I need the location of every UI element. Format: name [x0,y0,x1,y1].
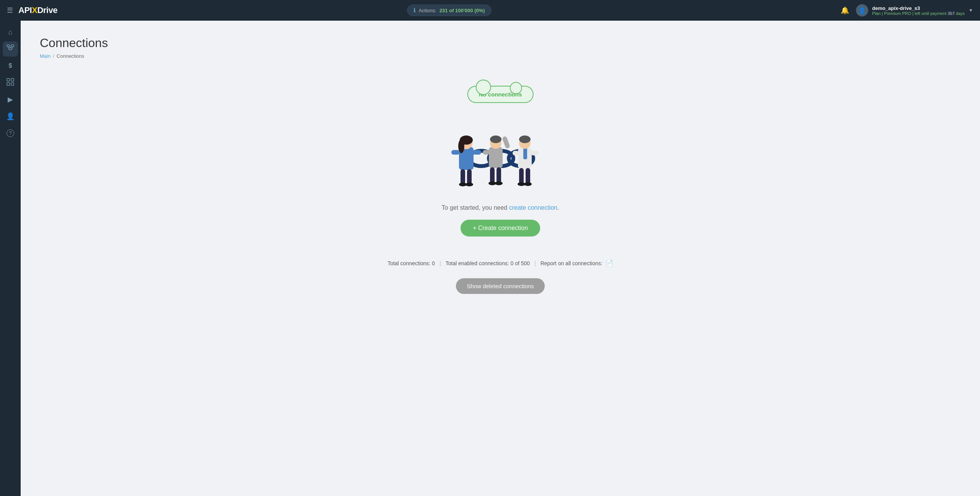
create-connection-link[interactable]: create connection [509,204,557,211]
user-plan: Plan | Premium PRO | left until payment … [872,11,965,16]
cloud-container: No connections [467,86,534,103]
topbar-right: 🔔 👤 demo_apix-drive_s3 Plan | Premium PR… [841,4,973,16]
svg-point-22 [466,183,473,186]
topbar-left: ☰ APIXDrive [7,5,57,15]
enabled-connections-stat: Total enabled connections: 0 of 500 [446,260,530,266]
sidebar-item-media[interactable]: ▶ [3,92,18,107]
svg-rect-27 [483,150,490,155]
breadcrumb-current: Connections [57,53,84,59]
hamburger-icon[interactable]: ☰ [7,6,13,15]
svg-rect-37 [531,151,539,155]
breadcrumb: Main / Connections [40,53,961,59]
stats-divider-1: | [439,260,441,266]
create-connection-button[interactable]: + Create connection [461,220,540,237]
cloud-text: No connections [467,86,534,103]
svg-rect-38 [519,168,524,184]
breadcrumb-main[interactable]: Main [40,53,51,59]
people-illustration [439,105,562,193]
actions-count: 231 of 100'000 (0%) [439,8,485,13]
get-started-text: To get started, you need create connecti… [442,204,559,211]
report-label: Report on all connections: [541,260,603,266]
logo-drive: Drive [37,5,57,15]
topbar: ☰ APIXDrive ℹ Actions: 231 of 100'000 (0… [0,0,980,21]
show-deleted-button[interactable]: Show deleted connections [456,278,544,294]
sidebar-item-home[interactable]: ⌂ [3,24,18,40]
illustration: No connections [435,86,565,193]
sidebar-item-billing[interactable]: $ [3,58,18,73]
topbar-center: ℹ Actions: 231 of 100'000 (0%) [57,5,841,16]
svg-rect-18 [451,150,460,155]
svg-rect-29 [497,167,501,183]
dollar-icon: $ [9,62,12,69]
chevron-down-icon: ▼ [969,8,973,13]
svg-rect-28 [490,167,495,183]
user-icon: 👤 [6,112,15,121]
svg-point-41 [524,182,532,186]
svg-rect-9 [11,83,14,85]
svg-rect-17 [473,150,481,155]
svg-rect-2 [9,48,12,50]
svg-rect-33 [523,148,527,159]
sidebar-item-account[interactable]: 👤 [3,109,18,124]
breadcrumb-separator: / [53,53,54,59]
logo-api: API [18,5,32,15]
svg-rect-19 [461,169,465,184]
svg-rect-8 [7,83,10,85]
svg-rect-7 [11,78,14,81]
total-connections-stat: Total connections: 0 [387,260,435,266]
report-icon[interactable]: 📄 [606,259,613,267]
empty-state: No connections [40,78,961,309]
user-section[interactable]: 👤 demo_apix-drive_s3 Plan | Premium PRO … [856,4,973,16]
sidebar-item-help[interactable]: ? [3,126,18,141]
info-icon: ℹ [413,7,416,14]
stats-bar: Total connections: 0 | Total enabled con… [387,259,613,267]
user-name: demo_apix-drive_s3 [872,5,965,11]
svg-rect-23 [489,147,503,168]
help-icon: ? [7,129,14,137]
svg-rect-1 [11,45,14,47]
page-title: Connections [40,36,961,50]
tools-icon [7,78,14,88]
svg-rect-26 [502,136,510,149]
svg-point-31 [495,181,503,185]
sidebar: ⌂ $ [0,21,21,496]
svg-rect-39 [526,168,530,184]
svg-rect-20 [467,169,472,184]
logo-x: X [32,5,37,15]
stats-divider-2: | [534,260,536,266]
sidebar-item-tools[interactable] [3,75,18,90]
svg-rect-36 [513,151,519,155]
sidebar-item-connections[interactable] [3,41,18,57]
user-info: demo_apix-drive_s3 Plan | Premium PRO | … [872,5,965,16]
home-icon: ⌂ [8,28,13,36]
connections-icon [7,44,14,54]
logo: APIXDrive [18,5,57,15]
svg-point-25 [490,135,501,143]
bell-icon[interactable]: 🔔 [841,6,849,15]
content-area: Connections Main / Connections No connec… [21,21,980,496]
actions-badge: ℹ Actions: 231 of 100'000 (0%) [407,5,492,16]
svg-point-35 [519,135,531,143]
main-layout: ⌂ $ [0,21,980,496]
svg-rect-0 [7,45,10,47]
actions-label: Actions: [419,8,436,13]
avatar: 👤 [856,4,868,16]
svg-rect-6 [7,78,10,81]
play-icon: ▶ [8,95,13,104]
